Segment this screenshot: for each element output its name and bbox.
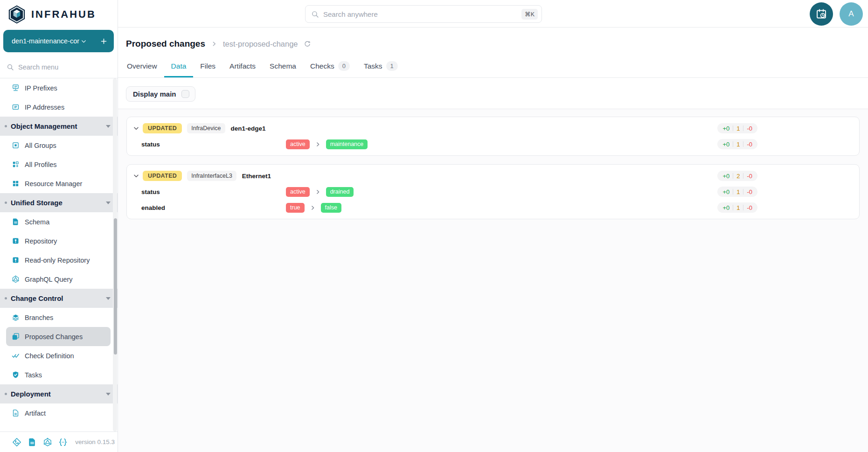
refresh-button[interactable] xyxy=(304,40,311,48)
all-profiles-icon xyxy=(12,160,20,168)
topbar-actions: A xyxy=(810,2,863,26)
sidebar-item-resource-manager[interactable]: Resource Manager xyxy=(0,174,118,193)
field-name: enabled xyxy=(141,204,286,211)
avatar[interactable]: A xyxy=(840,2,863,26)
object-name: den1-edge1 xyxy=(231,125,266,132)
sidebar-item-check-definition[interactable]: Check Definition xyxy=(0,346,118,365)
sidebar-item-ip-prefixes[interactable]: IP Prefixes xyxy=(0,78,118,97)
collapse-chevron-icon[interactable] xyxy=(132,172,140,180)
search-shortcut-badge: ⌘K xyxy=(521,9,538,20)
status-badge: UPDATED xyxy=(143,123,182,133)
docs-icon[interactable] xyxy=(28,438,37,447)
sidebar-search-input[interactable] xyxy=(18,63,113,71)
refresh-icon xyxy=(304,40,311,48)
diff-row-status[interactable]: status active maintenance +0 1 -0 xyxy=(127,138,859,151)
diff-card-header[interactable]: UPDATED InfraInterfaceL3 Ethernet1 +0 2 … xyxy=(127,169,859,182)
section-dot-icon xyxy=(5,393,7,395)
branch-selector-value: den1-maintenance-cor xyxy=(12,37,79,45)
count-separator xyxy=(743,125,743,131)
chevron-right-icon xyxy=(315,141,321,147)
status-badge: UPDATED xyxy=(143,171,182,181)
updated-count: 1 xyxy=(736,188,740,195)
diff-row-status[interactable]: status active drained +0 1 -0 xyxy=(127,185,859,198)
artifact-icon xyxy=(12,409,20,417)
app-logo[interactable]: INFRAHUB xyxy=(0,0,118,28)
tasks-icon xyxy=(12,371,20,379)
schema-icon xyxy=(12,218,20,226)
field-name: status xyxy=(141,141,286,148)
sidebar-item-tasks[interactable]: Tasks xyxy=(0,365,118,384)
diff-content: UPDATED InfraDevice den1-edge1 +0 1 -0 s… xyxy=(118,109,868,452)
sidebar-item-label: IP Prefixes xyxy=(25,84,57,92)
tab-files[interactable]: Files xyxy=(193,55,222,77)
json-braces-icon[interactable] xyxy=(58,438,68,447)
old-value-chip: true xyxy=(286,203,305,213)
sidebar-item-readonly-repository[interactable]: Read-only Repository xyxy=(0,250,118,270)
diff-card-header[interactable]: UPDATED InfraDevice den1-edge1 +0 1 -0 xyxy=(127,122,859,135)
version-label: version 0.15.3 xyxy=(75,438,115,445)
count-separator xyxy=(733,173,733,179)
tab-schema[interactable]: Schema xyxy=(263,55,303,77)
sidebar-item-artifact[interactable]: Artifact xyxy=(0,403,118,423)
count-separator xyxy=(733,125,733,131)
ip-prefixes-icon xyxy=(12,84,20,92)
count-separator xyxy=(733,189,733,195)
display-main-toggle[interactable] xyxy=(181,90,189,98)
tab-checks[interactable]: Checks 0 xyxy=(303,55,357,77)
sidebar-section-unified-storage[interactable]: Unified Storage xyxy=(0,193,118,212)
tab-label: Files xyxy=(200,62,215,70)
sidebar-item-label: Proposed Changes xyxy=(25,333,83,341)
sidebar-section-object-management[interactable]: Object Management xyxy=(0,117,118,136)
field-name: status xyxy=(141,188,286,195)
sidebar-item-proposed-changes[interactable]: Proposed Changes xyxy=(6,327,111,346)
field-values: active maintenance xyxy=(286,139,368,149)
sidebar-item-ip-addresses[interactable]: IP Addresses xyxy=(0,97,118,117)
sidebar-item-branches[interactable]: Branches xyxy=(0,308,118,327)
data-toolbar: Display main xyxy=(118,78,868,109)
add-branch-button[interactable] xyxy=(100,37,108,45)
search-icon xyxy=(7,63,14,71)
collapse-chevron-icon[interactable] xyxy=(132,125,140,132)
sidebar-item-label: Resource Manager xyxy=(25,180,82,188)
sidebar-section-change-control[interactable]: Change Control xyxy=(0,289,118,308)
count-separator xyxy=(743,141,743,147)
sidebar-item-schema[interactable]: Schema xyxy=(0,212,118,231)
added-count: +0 xyxy=(722,204,729,211)
checks-count-badge: 0 xyxy=(338,61,350,71)
sidebar-item-all-profiles[interactable]: All Profiles xyxy=(0,155,118,174)
added-count: +0 xyxy=(722,125,729,132)
count-separator xyxy=(743,173,743,179)
sidebar-section-deployment[interactable]: Deployment xyxy=(0,384,118,403)
sidebar-item-repository[interactable]: Repository xyxy=(0,231,118,250)
sidebar-scrollbar-thumb[interactable] xyxy=(114,218,117,355)
sidebar-item-label: Artifact xyxy=(25,410,46,417)
readonly-repository-icon xyxy=(12,256,20,264)
display-main-label: Display main xyxy=(133,90,176,98)
tab-tasks[interactable]: Tasks 1 xyxy=(357,55,405,77)
diff-card-den1-edge1: UPDATED InfraDevice den1-edge1 +0 1 -0 s… xyxy=(126,117,860,156)
tasks-count-badge: 1 xyxy=(386,61,398,71)
diff-row-enabled[interactable]: enabled true false +0 1 -0 xyxy=(127,201,859,214)
new-value-chip: false xyxy=(321,203,341,213)
sidebar-item-label: All Profiles xyxy=(25,161,57,168)
sidebar-item-graphql-query[interactable]: GraphQL Query xyxy=(0,270,118,289)
sidebar-item-label: Tasks xyxy=(25,371,42,379)
sidebar-item-all-groups[interactable]: All Groups xyxy=(0,136,118,155)
change-counts-pill: +0 1 -0 xyxy=(717,202,757,213)
change-counts-pill: +0 1 -0 xyxy=(717,187,757,197)
tab-data[interactable]: Data xyxy=(164,55,194,77)
schedule-button[interactable] xyxy=(810,2,833,26)
global-search-input[interactable] xyxy=(323,10,517,18)
breadcrumb-section[interactable]: Proposed changes xyxy=(126,39,205,49)
removed-count: -0 xyxy=(747,141,752,148)
count-separator xyxy=(743,189,743,195)
check-definition-icon xyxy=(12,352,20,360)
tab-label: Overview xyxy=(127,62,157,70)
graphql-sandbox-icon[interactable] xyxy=(43,438,52,447)
display-main-button[interactable]: Display main xyxy=(126,86,195,102)
branch-selector[interactable]: den1-maintenance-cor xyxy=(3,30,114,52)
git-icon[interactable] xyxy=(12,438,21,447)
tab-overview[interactable]: Overview xyxy=(120,55,164,77)
tab-artifacts[interactable]: Artifacts xyxy=(222,55,263,77)
section-collapse-caret-icon xyxy=(106,297,111,300)
